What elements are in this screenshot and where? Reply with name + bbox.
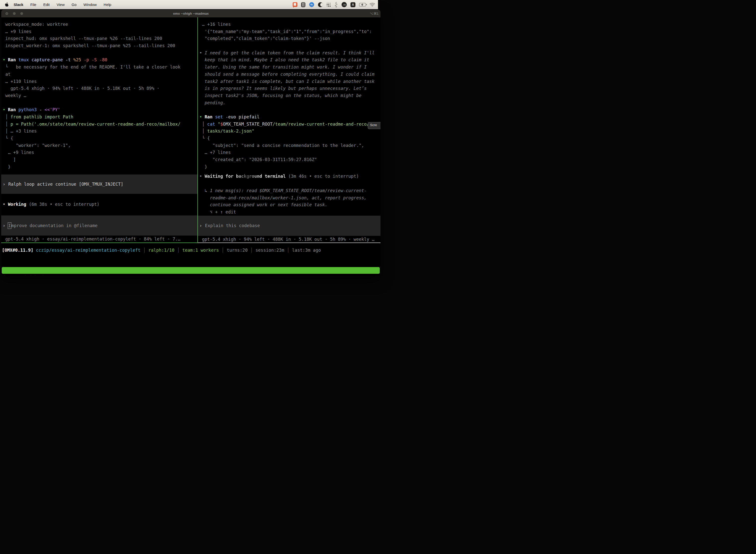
menu-item-window[interactable]: Window (80, 2, 100, 7)
terminal-line: │ … +3 lines (1, 127, 197, 135)
prompt-band[interactable]: ›Explain this codebase (198, 216, 378, 236)
omx-status-segment: cczip/essay/ai-reimplementation-copyleft (36, 248, 143, 253)
menu-item-slack[interactable]: Slack (10, 2, 27, 7)
prompt-band[interactable]: ›Improve documentation in @filename (1, 215, 197, 235)
terminal-line: │ from pathlib import Path (1, 113, 197, 121)
tmux-session-label: [omx-cczip0:bash* (3, 274, 48, 276)
terminal-line: "created_at": "2026-03-31T11:59:27.816Z" (198, 156, 378, 163)
terminal-line: • Ran python3 - <<'PY' (1, 106, 197, 113)
menu-item-file[interactable]: File (27, 2, 40, 7)
terminal-line: │ p = Path('.omx/state/team/review-curre… (1, 121, 197, 128)
omx-status-line: [OMX#0.11.9] cczip/essay/ai-reimplementa… (1, 243, 378, 254)
terminal-line (198, 106, 378, 113)
omx-status-segment: │ (143, 248, 148, 253)
terminal-line: workspace_mode: worktree (1, 21, 197, 28)
terminal-line: at (1, 71, 197, 78)
menu-item-help[interactable]: Help (100, 2, 115, 7)
terminal-line: … +16 lines (198, 21, 378, 28)
terminal-line: "subject": "send a concise recommendatio… (198, 142, 378, 149)
tmux-status-bar: [omx-cczip0:bash* "MacBook-Pro-44.local"… (2, 267, 378, 274)
terminal-line: later. Using the same for transition mig… (198, 63, 378, 71)
terminal-line: gpt-5.4 xhigh · essay/ai-reimplementatio… (1, 235, 197, 243)
badge-61-icon[interactable]: ..61 (341, 2, 347, 7)
terminal-line: should send a message before completing … (198, 71, 378, 78)
terminal-line: gpt-5.4 xhigh · 94% left · 488K in · 5.1… (198, 236, 378, 243)
screen-recording-icon[interactable] (293, 2, 297, 7)
terminal-line (198, 180, 378, 187)
moon-icon[interactable] (318, 2, 323, 7)
terminal-line: └ { (1, 135, 197, 142)
omx-status-area: [OMX#0.11.9] cczip/essay/ai-reimplementa… (1, 243, 378, 267)
terminal-window: omx --xhigh --madmax ⌥⌘1 workspace_mode:… (1, 10, 378, 276)
terminal-line (1, 49, 197, 57)
prompt-text: Explain this codebase (205, 223, 260, 228)
squiggle-icon[interactable] (334, 2, 338, 7)
spacer (1, 170, 197, 174)
terminal-line (198, 42, 378, 49)
omx-status-segment: team:1 workers (182, 248, 222, 253)
prompt-band[interactable]: ›Ralph loop active continue [OMX_TMUX_IN… (1, 174, 197, 194)
terminal-line: pending. (198, 99, 378, 107)
menu-item-go[interactable]: Go (68, 2, 80, 7)
keypad-icon[interactable] (301, 2, 305, 7)
window-titlebar[interactable]: omx --xhigh --madmax ⌥⌘1 (1, 10, 378, 17)
spacer (198, 170, 378, 173)
terminal-line: • Working (6m 38s • esc to interrupt) (1, 201, 197, 208)
window-title: omx --xhigh --madmax (1, 10, 378, 17)
window-shortcut-badge: ⌥⌘1 (370, 10, 378, 17)
omx-status-segment: [OMX#0.11.9] (2, 248, 36, 253)
terminal-line: } (198, 163, 378, 170)
terminal-line: └ be necessary for the end of the README… (1, 63, 197, 71)
prompt-chevron-icon: › (3, 182, 5, 187)
prompt-chevron-icon: › (199, 223, 202, 228)
menu-item-edit[interactable]: Edit (40, 2, 53, 7)
menu-item-view[interactable]: View (53, 2, 68, 7)
pane-divider[interactable] (197, 17, 198, 243)
terminal-line: … +7 lines (198, 149, 378, 156)
terminal-line: continue assigned work or next feasible … (198, 201, 378, 209)
spacer (1, 194, 197, 201)
terminal-line: gpt-5.4 xhigh · 94% left · 488K in · 5.1… (1, 85, 197, 92)
terminal-line: • Waiting for background terminal (3m 46… (198, 173, 378, 180)
terminal-line: │ tasks/task-2.json" (198, 127, 378, 135)
terminal-line: ⌥ + ↑ edit (198, 209, 378, 216)
omx-status-segment: last:3m ago (292, 248, 321, 253)
screen-notification-overlay[interactable]: Scre (368, 122, 378, 129)
terminal-line: • Ran set -euo pipefail (198, 113, 378, 121)
spacer (1, 208, 197, 215)
terminal-line: inspect_hud: omx sparkshell --tmux-pane … (1, 35, 197, 42)
terminal-line: • Ran tmux capture-pane -t %25 -p -S -80 (1, 56, 197, 63)
tmux-pane-right[interactable]: … +16 lines '{"team_name":"my-team","tas… (198, 17, 378, 243)
messenger-icon[interactable] (309, 2, 314, 7)
text-cursor: I (8, 222, 11, 229)
prompt-text: Ralph loop active continue [OMX_TMUX_INJ… (8, 182, 124, 187)
menu-items: SlackFileEditViewGoWindowHelp (10, 2, 115, 7)
menu-status-icons: ..61A (293, 2, 375, 7)
terminal-line: keep that in mind. Maybe I also need the… (198, 56, 378, 63)
terminal-line: task2 after task1 is complete, but can I… (198, 78, 378, 85)
terminal-line: "completed","claim_token":"claim-token"}… (198, 35, 378, 42)
terminal-line: readme-and-reco/mailbox/worker-1.json, a… (198, 195, 378, 202)
omx-status-segment: │ (250, 248, 255, 253)
terminal-line: "worker": "worker-1", (1, 142, 197, 149)
wifi-icon[interactable] (370, 2, 375, 7)
terminal-line: weekly … (1, 92, 197, 99)
omx-status-segment: ralph:1/10 (148, 248, 177, 253)
terminal-line: … +110 lines (1, 78, 197, 85)
terminal-line: inspect task2's JSON, focusing on the st… (198, 92, 378, 99)
terminal-line (1, 99, 197, 107)
battery-charging-icon[interactable] (359, 2, 366, 7)
terminal-line: └ { (198, 135, 378, 142)
prompt-chevron-icon: › (3, 223, 5, 228)
omx-status-segment: │ (177, 248, 182, 253)
terminal-line: } (1, 163, 197, 170)
dots-grid-icon[interactable] (327, 2, 331, 7)
tmux-pane-left[interactable]: workspace_mode: worktree … +9 lines insp… (1, 17, 197, 243)
terminal-line: is in progress? It seems likely but perh… (198, 85, 378, 92)
input-source-icon[interactable]: A (351, 2, 356, 7)
terminal-line: … +9 lines (1, 149, 197, 156)
terminal-line: ] (1, 156, 197, 163)
terminal-line: '{"team_name":"my-team","task_id":"1","f… (198, 28, 378, 35)
apple-logo-icon[interactable] (5, 2, 9, 7)
terminal-line: ↳ 1 new msg(s): read $OMX_TEAM_STATE_ROO… (198, 187, 378, 195)
